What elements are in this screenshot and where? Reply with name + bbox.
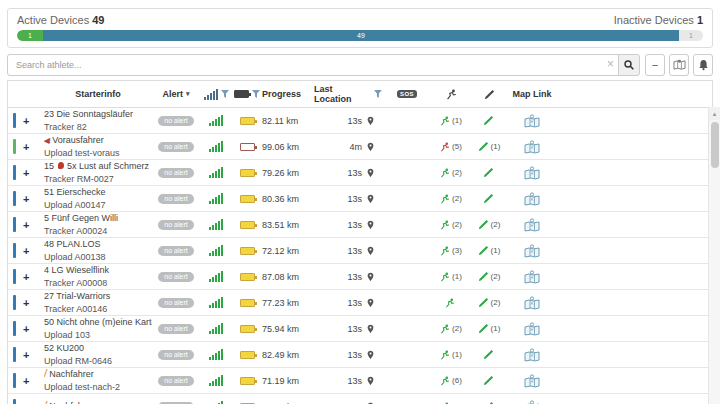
table-row[interactable]: + 15 5x Lust auf Schmerz Tracker RM-0027… [8,160,712,186]
expand-row-button[interactable]: + [23,324,29,334]
expand-row-button[interactable]: + [23,272,29,282]
signal-icon [204,89,218,100]
header-alert[interactable]: Alert▾ [152,89,200,99]
header-sos: SOS [382,90,432,98]
progress-value: 77.23 km [262,298,299,308]
expand-row-button[interactable]: + [23,350,29,360]
pencil-count: (1) [491,142,501,151]
map-link-icon[interactable] [524,296,540,310]
chili-icon [58,162,64,169]
athlete-name: Vorausfahrer [44,135,104,146]
header-starterinfo: Starterinfo [44,89,152,99]
table-row[interactable]: + Nachfahrer Upload test-nach-2 no alert… [8,368,712,394]
search-input[interactable] [7,54,619,76]
expand-row-button[interactable]: + [23,376,29,386]
table-row[interactable]: + 51 Eierschecke Upload A00147 no alert … [8,186,712,212]
row-status-indicator [13,191,16,206]
signal-icon [209,167,223,178]
row-status-indicator [13,113,16,128]
table-row[interactable]: + 50 Nicht ohne (m)eine Karte Upload 103… [8,316,712,342]
vertical-scrollbar[interactable]: ▲ [708,107,720,404]
pencil-icon [483,349,494,360]
alarm-button[interactable] [693,54,713,76]
runner-count: (2) [452,220,462,229]
runner-count: (5) [452,142,462,151]
map-view-button[interactable] [669,54,689,76]
map-link-icon[interactable] [524,244,540,258]
athlete-tracker: Upload RM-0646 [44,356,112,367]
location-pin-icon [367,116,374,126]
row-status-indicator [13,399,16,404]
bell-icon [698,59,709,71]
device-table: Starterinfo Alert▾ Progress Last Locatio… [7,80,713,404]
expand-row-button[interactable]: + [23,298,29,308]
progress-value: 79.26 km [262,168,299,178]
progress-value: 82.11 km [262,116,298,126]
header-battery[interactable] [232,90,262,98]
sos-badge: SOS [397,90,417,98]
scrollbar-thumb[interactable] [711,122,719,168]
map-link-icon[interactable] [524,322,540,336]
pencil-icon [483,167,494,178]
pencil-icon [483,375,494,386]
table-row[interactable]: + 23 Die Sonntagsläufer Tracker 82 no al… [8,108,712,134]
expand-row-button[interactable]: + [23,246,29,256]
starterinfo-cell: 51 Eierschecke Upload A00147 [44,187,152,211]
filter-icon[interactable] [252,90,260,98]
table-row[interactable]: + 4 LG Wieselflink Tracker A00008 no ale… [8,264,712,290]
map-link-icon[interactable] [524,218,540,232]
header-last-location[interactable]: Last Location [314,84,382,104]
runner-count: (1) [452,116,462,125]
scroll-up-icon[interactable]: ▲ [709,107,720,120]
map-link-icon[interactable] [524,374,540,388]
location-pin-icon [367,376,374,386]
table-row[interactable]: + 52 KU200 Upload RM-0646 no alert 82.49… [8,342,712,368]
map-link-icon[interactable] [524,114,540,128]
filter-icon[interactable] [374,90,382,98]
pencil-count: (1) [491,246,501,255]
table-row[interactable]: + 5 Fünf Gegen Willi Tracker A00024 no a… [8,212,712,238]
location-pin-icon [367,142,374,152]
search-button[interactable] [618,54,640,76]
expand-row-button[interactable]: + [23,116,29,126]
expand-row-button[interactable]: + [23,168,29,178]
table-row[interactable]: + Vorausfahrer Upload test-voraus no ale… [8,134,712,160]
starterinfo-cell: Nachfahrer [44,400,152,404]
map-link-icon[interactable] [524,400,540,404]
athlete-name: 15 5x Lust auf Schmerz [44,161,152,172]
map-link-icon[interactable] [524,270,540,284]
map-link-icon[interactable] [524,140,540,154]
runner-icon [440,246,450,256]
alert-badge: no alert [158,142,193,152]
table-body: + 23 Die Sonntagsläufer Tracker 82 no al… [8,108,712,404]
table-row[interactable]: + 27 Trial-Warriors Tracker A00146 no al… [8,290,712,316]
row-status-indicator [13,165,16,180]
expand-row-button[interactable]: + [23,142,29,152]
table-row[interactable]: + 48 PLAN.LOS Upload A00138 no alert 72.… [8,238,712,264]
battery-icon [240,247,255,255]
map-link-icon[interactable] [524,348,540,362]
collapse-button[interactable]: − [645,54,665,76]
finished-devices-segment: 1 [17,30,43,41]
expand-row-button[interactable]: + [23,194,29,204]
pencil-count: (1) [491,324,501,333]
map-icon [673,59,686,71]
athlete-tracker: Tracker A00008 [44,278,107,289]
runner-icon [440,168,450,178]
athlete-tracker: Upload 103 [44,330,90,341]
location-pin-icon [367,194,374,204]
last-location-value: 13s [347,246,362,256]
last-location-value: 13s [347,350,362,360]
pencil-count: (2) [491,220,501,229]
filter-icon[interactable] [221,90,229,98]
starterinfo-cell: 27 Trial-Warriors Tracker A00146 [44,291,152,315]
starterinfo-cell: 15 5x Lust auf Schmerz Tracker RM-0027 [44,161,152,185]
alert-badge: no alert [158,350,193,360]
clear-search-icon[interactable]: × [607,57,614,71]
row-status-indicator [13,347,16,362]
map-link-icon[interactable] [524,166,540,180]
expand-row-button[interactable]: + [23,220,29,230]
table-row[interactable]: + Nachfahrer no alert 74.31 km 13s (5) [8,394,712,404]
map-link-icon[interactable] [524,192,540,206]
header-signal[interactable] [200,89,232,100]
